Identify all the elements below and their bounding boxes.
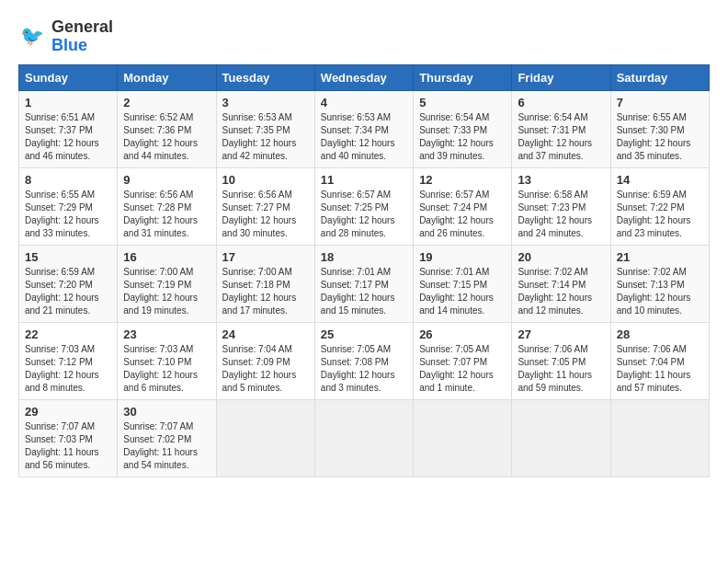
day-number: 1	[25, 96, 111, 109]
day-cell: 6Sunrise: 6:54 AMSunset: 7:31 PMDaylight…	[512, 90, 610, 167]
day-cell: 30Sunrise: 7:07 AMSunset: 7:02 PMDayligh…	[118, 399, 216, 477]
day-detail: Sunrise: 7:06 AMSunset: 7:05 PMDaylight:…	[518, 343, 604, 395]
day-cell: 29Sunrise: 7:07 AMSunset: 7:03 PMDayligh…	[19, 399, 118, 477]
day-detail: Sunrise: 7:02 AMSunset: 7:14 PMDaylight:…	[518, 266, 604, 317]
empty-cell	[414, 399, 512, 477]
empty-cell	[216, 399, 314, 477]
day-detail: Sunrise: 7:02 AMSunset: 7:13 PMDaylight:…	[617, 266, 703, 317]
day-cell: 1Sunrise: 6:51 AMSunset: 7:37 PMDaylight…	[19, 90, 118, 167]
day-number: 2	[123, 96, 210, 109]
day-detail: Sunrise: 7:01 AMSunset: 7:17 PMDaylight:…	[321, 266, 407, 317]
day-detail: Sunrise: 6:52 AMSunset: 7:36 PMDaylight:…	[123, 111, 210, 163]
day-cell: 22Sunrise: 7:03 AMSunset: 7:12 PMDayligh…	[19, 322, 118, 399]
logo-icon: 🐦	[18, 22, 48, 52]
empty-cell	[610, 399, 709, 477]
header-row: SundayMondayTuesdayWednesdayThursdayFrid…	[19, 64, 710, 90]
day-cell: 14Sunrise: 6:59 AMSunset: 7:22 PMDayligh…	[610, 167, 709, 245]
calendar-week-3: 15Sunrise: 6:59 AMSunset: 7:20 PMDayligh…	[19, 245, 710, 322]
day-detail: Sunrise: 6:57 AMSunset: 7:24 PMDaylight:…	[419, 189, 506, 240]
calendar-week-2: 8Sunrise: 6:55 AMSunset: 7:29 PMDaylight…	[19, 167, 710, 245]
day-detail: Sunrise: 6:59 AMSunset: 7:20 PMDaylight:…	[25, 266, 111, 317]
day-cell: 7Sunrise: 6:55 AMSunset: 7:30 PMDaylight…	[610, 90, 709, 167]
day-detail: Sunrise: 7:03 AMSunset: 7:12 PMDaylight:…	[25, 343, 111, 395]
day-detail: Sunrise: 6:54 AMSunset: 7:33 PMDaylight:…	[419, 111, 506, 163]
day-cell: 4Sunrise: 6:53 AMSunset: 7:34 PMDaylight…	[314, 90, 413, 167]
day-cell: 5Sunrise: 6:54 AMSunset: 7:33 PMDaylight…	[414, 90, 512, 167]
day-cell: 19Sunrise: 7:01 AMSunset: 7:15 PMDayligh…	[414, 245, 512, 322]
day-detail: Sunrise: 7:03 AMSunset: 7:10 PMDaylight:…	[123, 343, 210, 395]
day-number: 16	[123, 250, 210, 264]
day-cell: 23Sunrise: 7:03 AMSunset: 7:10 PMDayligh…	[118, 322, 216, 399]
empty-cell	[314, 399, 413, 477]
day-number: 12	[419, 173, 506, 187]
day-cell: 9Sunrise: 6:56 AMSunset: 7:28 PMDaylight…	[118, 167, 216, 245]
day-header-wednesday: Wednesday	[314, 64, 413, 90]
day-cell: 12Sunrise: 6:57 AMSunset: 7:24 PMDayligh…	[414, 167, 512, 245]
day-detail: Sunrise: 6:57 AMSunset: 7:25 PMDaylight:…	[321, 189, 407, 240]
day-number: 28	[617, 327, 703, 341]
day-cell: 26Sunrise: 7:05 AMSunset: 7:07 PMDayligh…	[414, 322, 512, 399]
day-detail: Sunrise: 7:07 AMSunset: 7:02 PMDaylight:…	[123, 420, 210, 472]
day-number: 20	[518, 250, 604, 264]
day-cell: 8Sunrise: 6:55 AMSunset: 7:29 PMDaylight…	[19, 167, 118, 245]
page-header: 🐦 General Blue	[18, 18, 710, 55]
day-number: 3	[222, 96, 309, 109]
calendar-week-4: 22Sunrise: 7:03 AMSunset: 7:12 PMDayligh…	[19, 322, 710, 399]
day-number: 14	[617, 173, 703, 187]
day-number: 6	[518, 96, 604, 109]
day-detail: Sunrise: 7:05 AMSunset: 7:08 PMDaylight:…	[321, 343, 407, 395]
calendar-week-1: 1Sunrise: 6:51 AMSunset: 7:37 PMDaylight…	[19, 90, 710, 167]
day-header-tuesday: Tuesday	[216, 64, 314, 90]
day-number: 21	[617, 250, 703, 264]
day-cell: 28Sunrise: 7:06 AMSunset: 7:04 PMDayligh…	[610, 322, 709, 399]
calendar-week-5: 29Sunrise: 7:07 AMSunset: 7:03 PMDayligh…	[19, 399, 710, 477]
day-detail: Sunrise: 6:54 AMSunset: 7:31 PMDaylight:…	[518, 111, 604, 163]
calendar-table: SundayMondayTuesdayWednesdayThursdayFrid…	[18, 64, 710, 477]
day-number: 19	[419, 250, 506, 264]
day-detail: Sunrise: 7:05 AMSunset: 7:07 PMDaylight:…	[419, 343, 506, 395]
day-detail: Sunrise: 6:58 AMSunset: 7:23 PMDaylight:…	[518, 189, 604, 240]
day-number: 13	[518, 173, 604, 187]
day-cell: 25Sunrise: 7:05 AMSunset: 7:08 PMDayligh…	[314, 322, 413, 399]
day-cell: 24Sunrise: 7:04 AMSunset: 7:09 PMDayligh…	[216, 322, 314, 399]
day-detail: Sunrise: 7:00 AMSunset: 7:18 PMDaylight:…	[222, 266, 309, 317]
day-number: 8	[25, 173, 111, 187]
day-number: 27	[518, 327, 604, 341]
day-number: 7	[617, 96, 703, 109]
logo-text: General Blue	[51, 18, 113, 55]
day-cell: 11Sunrise: 6:57 AMSunset: 7:25 PMDayligh…	[314, 167, 413, 245]
day-number: 29	[25, 405, 111, 419]
day-detail: Sunrise: 7:00 AMSunset: 7:19 PMDaylight:…	[123, 266, 210, 317]
day-detail: Sunrise: 6:56 AMSunset: 7:27 PMDaylight:…	[222, 189, 309, 240]
day-cell: 13Sunrise: 6:58 AMSunset: 7:23 PMDayligh…	[512, 167, 610, 245]
day-detail: Sunrise: 7:07 AMSunset: 7:03 PMDaylight:…	[25, 420, 111, 472]
day-header-sunday: Sunday	[19, 64, 118, 90]
day-detail: Sunrise: 6:55 AMSunset: 7:30 PMDaylight:…	[617, 111, 703, 163]
day-header-monday: Monday	[118, 64, 216, 90]
day-number: 26	[419, 327, 506, 341]
day-number: 5	[419, 96, 506, 109]
day-number: 4	[321, 96, 407, 109]
day-number: 30	[123, 405, 210, 419]
day-header-saturday: Saturday	[610, 64, 709, 90]
day-detail: Sunrise: 7:04 AMSunset: 7:09 PMDaylight:…	[222, 343, 309, 395]
day-number: 22	[25, 327, 111, 341]
day-cell: 17Sunrise: 7:00 AMSunset: 7:18 PMDayligh…	[216, 245, 314, 322]
day-detail: Sunrise: 6:53 AMSunset: 7:35 PMDaylight:…	[222, 111, 309, 163]
day-detail: Sunrise: 6:55 AMSunset: 7:29 PMDaylight:…	[25, 189, 111, 240]
day-detail: Sunrise: 6:59 AMSunset: 7:22 PMDaylight:…	[617, 189, 703, 240]
day-number: 18	[321, 250, 407, 264]
day-detail: Sunrise: 6:53 AMSunset: 7:34 PMDaylight:…	[321, 111, 407, 163]
day-detail: Sunrise: 6:56 AMSunset: 7:28 PMDaylight:…	[123, 189, 210, 240]
day-cell: 18Sunrise: 7:01 AMSunset: 7:17 PMDayligh…	[314, 245, 413, 322]
day-cell: 21Sunrise: 7:02 AMSunset: 7:13 PMDayligh…	[610, 245, 709, 322]
logo: 🐦 General Blue	[18, 18, 113, 55]
day-number: 24	[222, 327, 309, 341]
day-cell: 2Sunrise: 6:52 AMSunset: 7:36 PMDaylight…	[118, 90, 216, 167]
day-detail: Sunrise: 7:06 AMSunset: 7:04 PMDaylight:…	[617, 343, 703, 395]
day-cell: 20Sunrise: 7:02 AMSunset: 7:14 PMDayligh…	[512, 245, 610, 322]
day-number: 23	[123, 327, 210, 341]
empty-cell	[512, 399, 610, 477]
day-number: 25	[321, 327, 407, 341]
day-header-friday: Friday	[512, 64, 610, 90]
